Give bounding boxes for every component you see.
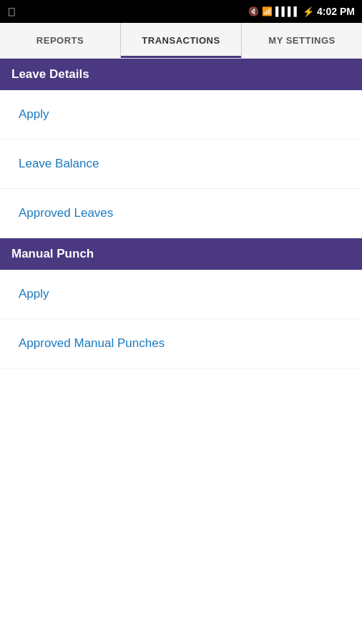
- status-bar: ⎕ 🔇 📶 ▌▌▌▌ ⚡ 4:02 PM: [0, 0, 362, 23]
- usb-icon: ⎕: [9, 6, 14, 17]
- approved-manual-punches-item[interactable]: Approved Manual Punches: [0, 319, 362, 369]
- tab-my-settings[interactable]: MY SETTINGS: [242, 23, 362, 58]
- approved-manual-punches-link[interactable]: Approved Manual Punches: [19, 336, 165, 350]
- approved-leaves-link[interactable]: Approved Leaves: [19, 206, 113, 220]
- leave-balance-link[interactable]: Leave Balance: [19, 157, 99, 170]
- leave-details-header: Leave Details: [0, 59, 362, 90]
- nav-tabs: REPORTS TRANSACTIONS MY SETTINGS: [0, 23, 362, 59]
- apply-leave-link[interactable]: Apply: [19, 107, 49, 121]
- approved-leaves-item[interactable]: Approved Leaves: [0, 189, 362, 238]
- mute-icon: 🔇: [248, 6, 259, 16]
- status-bar-left: ⎕: [9, 6, 14, 17]
- tab-reports[interactable]: REPORTS: [0, 23, 121, 58]
- status-bar-right: 🔇 📶 ▌▌▌▌ ⚡ 4:02 PM: [248, 6, 355, 17]
- battery-icon: ⚡: [303, 6, 314, 17]
- signal-icon: ▌▌▌▌: [275, 6, 300, 16]
- manual-punch-header: Manual Punch: [0, 238, 362, 270]
- leave-balance-item[interactable]: Leave Balance: [0, 140, 362, 189]
- tab-transactions[interactable]: TRANSACTIONS: [121, 23, 242, 58]
- status-time: 4:02 PM: [317, 6, 355, 17]
- apply-leave-item[interactable]: Apply: [0, 90, 362, 140]
- apply-punch-link[interactable]: Apply: [19, 287, 49, 301]
- wifi-icon: 📶: [262, 6, 273, 16]
- apply-punch-item[interactable]: Apply: [0, 270, 362, 319]
